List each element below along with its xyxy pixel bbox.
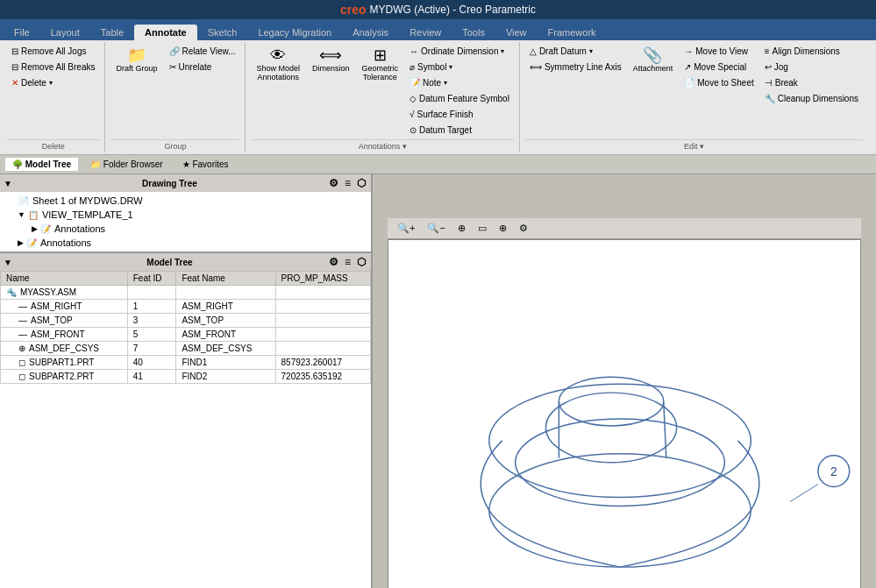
svg-text:2: 2: [830, 464, 837, 478]
model-expand-icon[interactable]: ≡: [343, 255, 353, 269]
datum-feature-symbol-button[interactable]: ◇ Datum Feature Symbol: [405, 91, 514, 106]
table-row[interactable]: ⊕ASM_DEF_CSYS7ASM_DEF_CSYS: [1, 342, 371, 356]
draft-group-button[interactable]: 📁 Draft Group: [110, 44, 162, 76]
dimension-button[interactable]: ⟺ Dimension: [307, 44, 355, 76]
display-settings-button[interactable]: ⚙: [515, 221, 532, 236]
model-tree-arrow: ▼: [4, 258, 12, 267]
drawing-tree-content: 📄 Sheet 1 of MYDWG.DRW ▼ 📋 VIEW_TEMPLATE…: [0, 192, 371, 251]
ribbon-tab-legacy-migration[interactable]: Legacy Migration: [247, 25, 342, 40]
unrelate-label: Unrelate: [179, 62, 212, 72]
symbol-button[interactable]: ⌀ Symbol ▾: [405, 60, 514, 74]
move-to-view-button[interactable]: → Move to View: [680, 44, 758, 59]
expand-icon[interactable]: ≡: [343, 176, 353, 190]
relate-view-button[interactable]: 🔗 Relate View...: [165, 44, 240, 59]
ribbon-group-edit: △ Draft Datum ▾ ⟺ Symmetry Line Axis 📎 A…: [522, 42, 868, 152]
show-model-annotations-button[interactable]: 👁 Show ModelAnnotations: [251, 44, 305, 85]
sheet-item[interactable]: 📄 Sheet 1 of MYDWG.DRW: [4, 194, 367, 208]
table-row[interactable]: —ASM_TOP3ASM_TOP: [1, 314, 371, 328]
zoom-fit-button[interactable]: ⊕: [453, 221, 470, 236]
model-table-body: 🔩MYASSY.ASM—ASM_RIGHT1ASM_RIGHT—ASM_TOP3…: [1, 286, 371, 384]
move-special-button[interactable]: ↗ Move Special: [680, 60, 758, 74]
note-button[interactable]: 📝 Note ▾: [405, 75, 514, 90]
ribbon-tab-view[interactable]: View: [495, 25, 538, 40]
symmetry-line-icon: ⟺: [530, 62, 542, 72]
model-settings-icon[interactable]: ⚙: [327, 255, 340, 269]
relate-col: 🔗 Relate View... ✂ Unrelate: [165, 44, 240, 74]
settings-icon[interactable]: ⚙: [327, 176, 340, 190]
zoom-in-button[interactable]: 🔍+: [393, 221, 419, 236]
frame-button[interactable]: ▭: [474, 221, 491, 236]
table-row[interactable]: ◻SUBPART2.PRT41FIND2720235.635192: [1, 370, 371, 384]
canvas-area: 🔍+ 🔍− ⊕ ▭ ⊕ ⚙: [373, 174, 876, 588]
filter-icon[interactable]: ⬡: [355, 176, 367, 190]
table-row[interactable]: 🔩MYASSY.ASM: [1, 286, 371, 300]
annotations-label1: Annotations: [54, 223, 105, 234]
geometric-tolerance-button[interactable]: ⊞ GeometricTolerance: [357, 44, 404, 85]
surface-finish-button[interactable]: √ Surface Finish: [405, 107, 514, 122]
cleanup-dimensions-button[interactable]: 🔧 Cleanup Dimensions: [760, 91, 863, 106]
drawing-canvas[interactable]: 2 1 "pro_mp_mass:0" 857923.260 "pro_mp_m…: [388, 239, 861, 589]
break-button[interactable]: ⊣ Break: [760, 75, 863, 90]
draft-datum-label: Draft Datum: [539, 46, 587, 56]
model-filter-icon[interactable]: ⬡: [355, 255, 367, 269]
note-icon: 📝: [410, 78, 420, 88]
crosshair-button[interactable]: ⊕: [495, 221, 511, 236]
drawing-tree-header[interactable]: ▼ Drawing Tree ⚙ ≡ ⬡: [0, 174, 371, 192]
row-mass: [275, 300, 370, 314]
break-icon: ⊣: [765, 78, 773, 88]
remove-all-breaks-button[interactable]: ⊟ Remove All Breaks: [7, 60, 99, 74]
jog-button[interactable]: ↩ Jog: [760, 60, 863, 74]
ribbon-tab-layout[interactable]: Layout: [40, 25, 90, 40]
ribbon-tab-table[interactable]: Table: [90, 25, 134, 40]
remove-all-jogs-button[interactable]: ⊟ Remove All Jogs: [7, 44, 99, 59]
attachment-button[interactable]: 📎 Attachment: [628, 44, 679, 76]
row-feat-name: FIND2: [176, 370, 275, 384]
ribbon-tab-framework[interactable]: Framework: [538, 25, 607, 40]
ribbon-tab-annotate[interactable]: Annotate: [134, 25, 197, 40]
zoom-out-button[interactable]: 🔍−: [423, 221, 449, 236]
model-tree-section: ▼ Model Tree ⚙ ≡ ⬡ Name Feat ID Feat Nam…: [0, 253, 371, 588]
datum-target-button[interactable]: ⊙ Datum Target: [405, 123, 514, 138]
model-tree-header[interactable]: ▼ Model Tree ⚙ ≡ ⬡: [0, 253, 371, 271]
dimension-label: Dimension: [312, 64, 350, 73]
draft-datum-dropdown: ▾: [589, 47, 593, 55]
tree-nav-bar: 🌳 Model Tree 📁 Folder Browser ★ Favorite…: [0, 155, 876, 174]
unrelate-button[interactable]: ✂ Unrelate: [165, 60, 240, 74]
relate-view-icon: 🔗: [169, 46, 180, 56]
move-to-sheet-button[interactable]: 📄 Move to Sheet: [680, 75, 758, 90]
main-content: ▼ Drawing Tree ⚙ ≡ ⬡ 📄 Sheet 1 of MYDWG.…: [0, 174, 876, 588]
row-feat-id: 5: [127, 328, 176, 342]
ordinate-dimension-button[interactable]: ↔ Ordinate Dimension ▾: [405, 44, 514, 59]
symmetry-line-label: Symmetry Line Axis: [545, 62, 622, 72]
ribbon-tab-sketch[interactable]: Sketch: [197, 25, 248, 40]
table-row[interactable]: —ASM_RIGHT1ASM_RIGHT: [1, 300, 371, 314]
annotations-expand: ▶: [32, 224, 38, 233]
table-row[interactable]: ◻SUBPART1.PRT40FIND1857923.260017: [1, 356, 371, 370]
align-dimensions-button[interactable]: ≡ Align Dimensions: [760, 44, 863, 59]
delete-icon: ✕: [11, 78, 18, 88]
model-tree-tab[interactable]: 🌳 Model Tree: [5, 158, 78, 171]
favorites-tab[interactable]: ★ Favorites: [175, 158, 236, 171]
jog-label: Jog: [774, 62, 788, 72]
annotations-icon2: 📝: [25, 237, 38, 249]
draft-datum-button[interactable]: △ Draft Datum ▾: [525, 44, 626, 59]
folder-browser-tab[interactable]: 📁 Folder Browser: [83, 158, 170, 171]
ribbon-tab-tools[interactable]: Tools: [452, 25, 495, 40]
group-group-label: Group: [110, 139, 239, 151]
ribbon-group-group-content: 📁 Draft Group 🔗 Relate View... ✂ Unrelat…: [110, 44, 239, 138]
col-feat-name: Feat Name: [176, 272, 275, 286]
row-mass: 720235.635192: [275, 370, 370, 384]
annotations-item1[interactable]: ▶ 📝 Annotations: [4, 222, 367, 236]
ribbon-tab-analysis[interactable]: Analysis: [342, 25, 399, 40]
table-row[interactable]: —ASM_FRONT5ASM_FRONT: [1, 328, 371, 342]
annotations-right-col: ↔ Ordinate Dimension ▾ ⌀ Symbol ▾ 📝 Note…: [405, 44, 514, 138]
annotations-group-label: Annotations ▾: [251, 139, 513, 151]
delete-col: ⊟ Remove All Jogs ⊟ Remove All Breaks ✕ …: [7, 44, 99, 90]
ribbon-tab-review[interactable]: Review: [399, 25, 452, 40]
symmetry-line-axis-button[interactable]: ⟺ Symmetry Line Axis: [525, 60, 626, 74]
annotations-item2[interactable]: ▶ 📝 Annotations: [4, 236, 367, 250]
view-template-item[interactable]: ▼ 📋 VIEW_TEMPLATE_1: [4, 208, 367, 222]
ribbon-tab-file[interactable]: File: [4, 25, 40, 40]
row-feat-name: ASM_DEF_CSYS: [176, 342, 275, 356]
delete-button[interactable]: ✕ Delete ▾: [7, 75, 99, 90]
